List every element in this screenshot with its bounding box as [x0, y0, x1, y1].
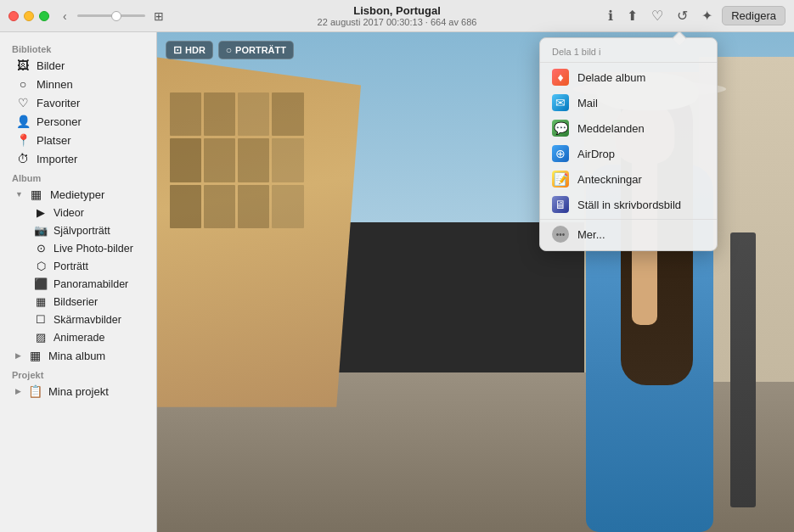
share-button[interactable]: ⬆ — [622, 5, 642, 26]
sidebar-item-videor[interactable]: ▶ Videor — [3, 204, 153, 221]
nav-arrows: ‹ — [59, 8, 70, 25]
close-button[interactable] — [8, 11, 19, 21]
sidebar-item-portratt[interactable]: ⬡ Porträtt — [3, 257, 153, 275]
toolbar-right: ℹ ⬆ ♡ ↺ ✦ Redigera — [604, 5, 786, 26]
share-meddelanden[interactable]: 💬 Meddelanden — [540, 115, 717, 141]
skrivbordsbild-label: Ställ in skrivbordsbild — [577, 199, 681, 211]
minnen-icon: ○ — [15, 77, 31, 91]
share-anteckningar[interactable]: 📝 Anteckningar — [540, 166, 717, 192]
back-button[interactable]: ‹ — [59, 8, 70, 25]
delade-album-icon: ♦ — [552, 69, 569, 86]
medietyper-icon: ▦ — [29, 188, 44, 201]
heart-button[interactable]: ♡ — [647, 5, 667, 26]
photo-badges: ⊡ HDR ○ PORTRÄTT — [166, 41, 294, 59]
mina-projekt-icon: 📋 — [27, 384, 42, 398]
info-icon: ℹ — [608, 8, 613, 23]
hdr-badge-icon: ⊡ — [173, 44, 182, 56]
animerade-icon: ▨ — [34, 331, 48, 344]
portratt-badge-icon: ○ — [226, 44, 232, 56]
share-delade-album[interactable]: ♦ Delade album — [540, 64, 717, 90]
medietyper-group[interactable]: ▼ ▦ Medietyper — [3, 185, 153, 204]
livephoto-label: Live Photo-bilder — [53, 243, 133, 255]
redigera-button[interactable]: Redigera — [722, 6, 786, 25]
photo-title: Lisbon, Portugal — [318, 4, 477, 17]
delade-album-label: Delade album — [577, 71, 645, 84]
mina-projekt-group[interactable]: ▶ 📋 Mina projekt — [3, 382, 153, 400]
livephoto-icon: ⊙ — [34, 242, 48, 255]
sidebar-item-skarmavbilder[interactable]: ☐ Skärmavbilder — [3, 311, 153, 328]
medietyper-label: Medietyper — [50, 188, 104, 201]
mer-label: Mer... — [577, 228, 605, 241]
share-dropdown: Dela 1 bild i ♦ Delade album ✉ Mail 💬 Me… — [539, 37, 718, 251]
favoriter-icon: ♡ — [15, 96, 31, 109]
sidebar-item-livephoto[interactable]: ⊙ Live Photo-bilder — [3, 239, 153, 257]
meddelanden-label: Meddelanden — [577, 122, 645, 135]
sidebar-item-sjalvportratt[interactable]: 📷 Självporträtt — [3, 221, 153, 239]
traffic-lights — [8, 11, 49, 21]
portratt-label: PORTRÄTT — [235, 45, 286, 55]
minimize-button[interactable] — [24, 11, 34, 21]
sidebar-item-platser[interactable]: 📍 Platser — [3, 131, 153, 149]
dropdown-divider — [540, 62, 717, 63]
slider-thumb — [111, 11, 121, 21]
sidebar-item-animerade[interactable]: ▨ Animerade — [3, 328, 153, 346]
magic-icon: ✦ — [701, 8, 712, 23]
videor-label: Videor — [53, 207, 84, 219]
share-icon: ⬆ — [627, 8, 638, 23]
share-mer[interactable]: ••• Mer... — [540, 221, 717, 247]
info-button[interactable]: ℹ — [604, 5, 617, 26]
sidebar-item-bildserier[interactable]: ▦ Bildserier — [3, 293, 153, 311]
dropdown-divider2 — [540, 219, 717, 220]
share-skrivbordsbild[interactable]: 🖥 Ställ in skrivbordsbild — [540, 192, 717, 217]
rotate-button[interactable]: ↺ — [673, 5, 692, 26]
portratt-badge[interactable]: ○ PORTRÄTT — [218, 41, 294, 59]
airdrop-label: AirDrop — [577, 148, 615, 160]
sidebar-item-bilder[interactable]: 🖼 Bilder — [3, 56, 153, 75]
sidebar-item-panorama[interactable]: ⬛ Panoramabilder — [3, 275, 153, 293]
sidebar-item-favoriter[interactable]: ♡ Favoriter — [3, 93, 153, 112]
sidebar: Bibliotek 🖼 Bilder ○ Minnen ♡ Favoriter … — [0, 32, 157, 532]
notes-icon: 📝 — [552, 171, 569, 188]
anteckningar-label: Anteckningar — [577, 173, 642, 186]
grid-icon: ⊞ — [154, 9, 164, 23]
sidebar-item-personer[interactable]: 👤 Personer — [3, 112, 153, 131]
bibliotek-section: Bibliotek — [0, 39, 156, 56]
share-mail[interactable]: ✉ Mail — [540, 90, 717, 115]
maximize-button[interactable] — [39, 11, 49, 21]
platser-label: Platser — [37, 134, 70, 147]
panorama-icon: ⬛ — [34, 277, 48, 290]
portratt-icon: ⬡ — [34, 260, 48, 272]
slider-track — [77, 14, 145, 17]
sidebar-item-minnen[interactable]: ○ Minnen — [3, 75, 153, 93]
magic-button[interactable]: ✦ — [697, 5, 717, 26]
sidebar-item-importer[interactable]: ⏱ Importer — [3, 149, 153, 168]
mina-album-group[interactable]: ▶ ▦ Mina album — [3, 346, 153, 365]
titlebar: ‹ ⊞ Lisbon, Portugal 22 augusti 2017 00:… — [0, 0, 794, 32]
title-center: Lisbon, Portugal 22 augusti 2017 00:30:1… — [318, 4, 477, 27]
bildserier-label: Bildserier — [53, 296, 98, 308]
sjalvportratt-label: Självporträtt — [53, 225, 110, 237]
animerade-label: Animerade — [53, 332, 104, 344]
zoom-slider[interactable]: ⊞ — [77, 9, 164, 23]
platser-icon: 📍 — [15, 133, 31, 147]
favoriter-label: Favoriter — [37, 97, 80, 109]
bildserier-icon: ▦ — [34, 295, 48, 308]
more-icon: ••• — [552, 226, 569, 243]
album-section: Album — [0, 168, 156, 185]
projekt-section: Projekt — [0, 365, 156, 382]
mail-icon: ✉ — [552, 94, 569, 111]
hdr-badge[interactable]: ⊡ HDR — [166, 41, 213, 59]
messages-icon: 💬 — [552, 120, 569, 137]
skarmavbilder-label: Skärmavbilder — [53, 314, 121, 326]
importer-icon: ⏱ — [15, 152, 31, 165]
triangle-right-icon: ▶ — [15, 351, 21, 360]
share-airdrop[interactable]: ⊕ AirDrop — [540, 141, 717, 166]
mina-album-label: Mina album — [48, 350, 105, 362]
airdrop-icon: ⊕ — [552, 145, 569, 162]
minnen-label: Minnen — [37, 78, 73, 91]
bilder-label: Bilder — [37, 59, 65, 72]
desktop-icon: 🖥 — [552, 196, 569, 213]
photo-subtitle: 22 augusti 2017 00:30:13 · 664 av 686 — [318, 17, 477, 27]
triangle-right2-icon: ▶ — [15, 387, 21, 395]
triangle-down-icon: ▼ — [15, 190, 23, 199]
